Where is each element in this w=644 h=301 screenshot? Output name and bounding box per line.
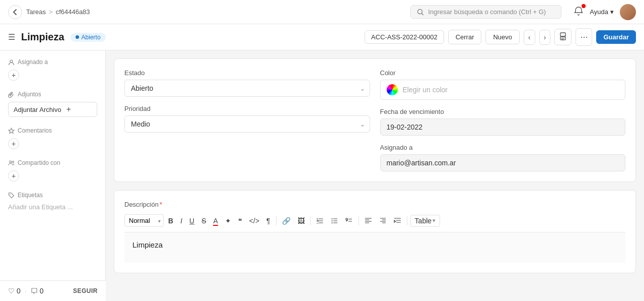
estado-label: Estado: [124, 69, 370, 77]
svg-point-10: [331, 220, 332, 221]
svg-rect-1: [560, 33, 565, 36]
shared-label: Compartido con: [8, 159, 97, 166]
highlight-button[interactable]: ✦: [223, 215, 234, 227]
asignado-group: Asignado a mario@artisan.com.ar: [380, 144, 626, 171]
status-badge: Abierto: [70, 33, 106, 42]
checklist-button[interactable]: [343, 215, 355, 226]
print-button[interactable]: [554, 29, 571, 45]
next-button[interactable]: ›: [539, 30, 551, 45]
ordered-list-button[interactable]: [314, 215, 326, 226]
search-placeholder: Ingresar búsqueda o comando (Ctrl + G): [428, 8, 546, 16]
prioridad-label: Prioridad: [124, 105, 370, 112]
menu-icon[interactable]: ☰: [8, 32, 15, 42]
attachments-section: Adjuntos Adjuntar Archivo +: [8, 91, 97, 117]
save-button[interactable]: Guardar: [596, 30, 636, 44]
style-select-wrapper[interactable]: Normal Título 1 Título 2: [124, 214, 164, 227]
bold-button[interactable]: B: [166, 215, 176, 227]
description-label: Descripción*: [124, 201, 625, 208]
new-button[interactable]: Nuevo: [485, 30, 520, 44]
prioridad-select[interactable]: Alto Medio Bajo: [124, 115, 370, 133]
close-button[interactable]: Cerrar: [448, 30, 482, 44]
toolbar-sep1: [276, 216, 276, 225]
svg-point-9: [331, 218, 332, 219]
toolbar-sep2: [310, 216, 311, 225]
italic-button[interactable]: I: [178, 215, 185, 227]
add-shared-button[interactable]: +: [8, 170, 19, 182]
font-color-button[interactable]: A: [210, 215, 220, 227]
likes-count: 0: [17, 287, 21, 295]
paragraph-button[interactable]: ¶: [264, 215, 273, 227]
svg-point-3: [565, 35, 566, 36]
table-label: Table: [415, 217, 432, 225]
color-placeholder: Elegir un color: [403, 86, 448, 94]
comments-count: 0: [40, 287, 44, 295]
sidebar: Asignado a + Adjuntos Adjuntar Archivo +: [0, 50, 106, 301]
attach-plus-icon: +: [66, 105, 71, 114]
search-bar[interactable]: Ingresar búsqueda o comando (Ctrl + G): [410, 5, 561, 19]
table-button[interactable]: Table ▾: [410, 215, 440, 227]
chevron-down-icon: ▾: [610, 8, 614, 16]
blockquote-button[interactable]: ❝: [236, 215, 245, 227]
estado-select-wrapper[interactable]: Abierto Cerrado En proceso: [124, 80, 370, 97]
header-actions: ACC-ASS-2022-00002 Cerrar Nuevo ‹ › ··· …: [365, 28, 636, 46]
like-section[interactable]: ♡ 0: [8, 287, 21, 295]
more-options-button[interactable]: ···: [576, 28, 592, 46]
table-chevron-icon: ▾: [433, 217, 436, 224]
svg-point-7: [13, 161, 14, 162]
strikethrough-button[interactable]: S: [199, 215, 208, 227]
indent-button[interactable]: [391, 215, 404, 226]
assigned-section: Asignado a +: [8, 58, 97, 81]
estado-select[interactable]: Abierto Cerrado En proceso: [124, 80, 370, 97]
underline-button[interactable]: U: [187, 215, 197, 227]
add-assigned-button[interactable]: +: [8, 70, 19, 81]
user-avatar[interactable]: [620, 4, 636, 20]
add-comment-button[interactable]: +: [8, 138, 19, 149]
status-label: Abierto: [82, 34, 101, 41]
back-button[interactable]: [8, 5, 22, 19]
breadcrumb: Tareas > cf64446a83: [26, 8, 90, 16]
toolbar-sep3: [359, 216, 359, 225]
align-left-button[interactable]: [362, 215, 375, 226]
color-picker[interactable]: Elegir un color: [380, 80, 626, 100]
image-button[interactable]: 🖼: [295, 215, 307, 227]
paperclip-icon: [8, 91, 15, 98]
star-icon: [8, 128, 15, 134]
breadcrumb-tareas[interactable]: Tareas: [26, 8, 46, 16]
add-tag-placeholder[interactable]: Añadir una Etiqueta ...: [8, 203, 73, 211]
notification-icon[interactable]: [574, 6, 584, 18]
tag-icon: [8, 192, 15, 199]
person-icon: [8, 59, 15, 66]
svg-marker-5: [9, 128, 14, 134]
tags-section: Etiquetas Añadir una Etiqueta ...: [8, 192, 97, 211]
left-column: Estado Abierto Cerrado En proceso Priori…: [124, 69, 370, 171]
link-button[interactable]: 🔗: [279, 215, 293, 227]
comments-label: Comentarios: [8, 127, 97, 134]
document-id: ACC-ASS-2022-00002: [365, 30, 444, 44]
top-navigation: Tareas > cf64446a83 Ingresar búsqueda o …: [0, 0, 644, 24]
prioridad-group: Prioridad Alto Medio Bajo: [124, 105, 370, 133]
people-icon: [8, 160, 15, 166]
align-right-button[interactable]: [377, 215, 389, 226]
prioridad-select-wrapper[interactable]: Alto Medio Bajo: [124, 115, 370, 133]
asignado-input[interactable]: mario@artisan.com.ar: [380, 154, 626, 171]
svg-rect-12: [346, 218, 347, 220]
editor-content[interactable]: Limpieza: [124, 232, 625, 263]
main-layout: Asignado a + Adjuntos Adjuntar Archivo +: [0, 50, 644, 301]
svg-point-4: [10, 60, 13, 63]
attach-file-button[interactable]: Adjuntar Archivo +: [8, 102, 97, 117]
form-grid: Estado Abierto Cerrado En proceso Priori…: [124, 69, 625, 171]
style-select[interactable]: Normal Título 1 Título 2: [124, 214, 164, 227]
prev-button[interactable]: ‹: [524, 30, 535, 45]
topnav-right: Ayuda ▾: [574, 4, 636, 20]
heart-icon: ♡: [8, 287, 15, 295]
code-button[interactable]: </>: [247, 215, 262, 227]
shared-section: Compartido con +: [8, 159, 97, 182]
comments-count-section[interactable]: 0: [31, 287, 44, 295]
required-indicator: *: [160, 201, 162, 208]
breadcrumb-id[interactable]: cf64446a83: [56, 8, 90, 16]
follow-button[interactable]: SEGUIR: [73, 287, 98, 294]
help-button[interactable]: Ayuda ▾: [590, 8, 614, 16]
main-content: Estado Abierto Cerrado En proceso Priori…: [106, 50, 644, 301]
unordered-list-button[interactable]: [328, 215, 341, 226]
fecha-input[interactable]: 19-02-2022: [380, 118, 626, 136]
